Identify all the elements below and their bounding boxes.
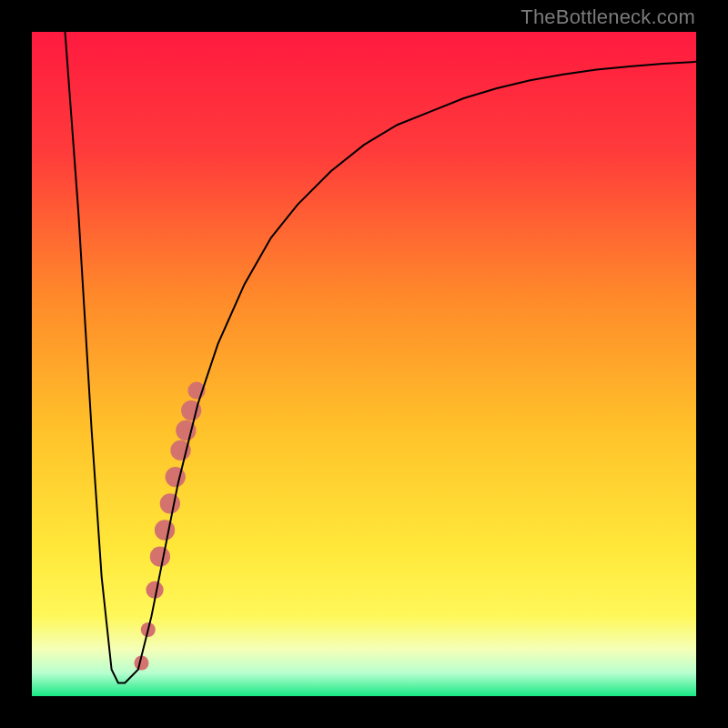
highlight-dot [160, 493, 180, 513]
chart-frame: TheBottleneck.com [0, 0, 728, 728]
highlight-dot [155, 520, 175, 540]
plot-area [32, 32, 696, 696]
watermark-text: TheBottleneck.com [521, 5, 695, 29]
highlight-dot [166, 467, 186, 487]
curve-layer [32, 32, 696, 696]
highlight-dot [150, 547, 170, 567]
